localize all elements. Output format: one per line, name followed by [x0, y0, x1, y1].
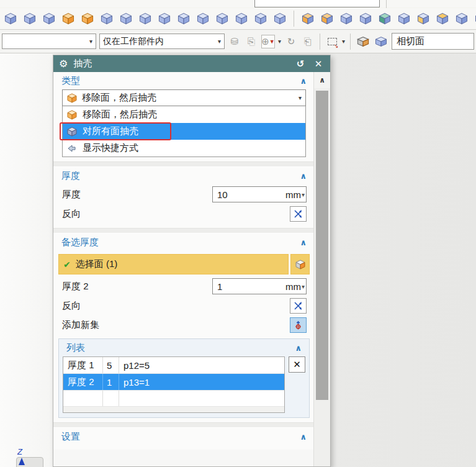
pattern-geometry-icon[interactable]	[339, 11, 354, 26]
settings-section-header[interactable]: 设置 ∧	[53, 428, 315, 445]
pad-icon[interactable]	[176, 11, 191, 26]
tube-icon[interactable]	[234, 11, 249, 26]
type-section: 类型 ∧ 移除面，然后抽壳 ▾ 移除面，然后抽壳 对所有面抽壳	[53, 72, 315, 161]
assembly-ghost-icon[interactable]: ⛁	[228, 35, 241, 48]
list-header-row[interactable]: 列表 ∧	[63, 340, 305, 356]
feature-toolbar-group-2	[300, 11, 476, 26]
alternate-thickness-section: 备选厚度 ∧ ✔ 选择面 (1) 厚度 2 1 mm	[53, 233, 315, 422]
chevron-down-icon[interactable]: ▾	[278, 38, 281, 45]
bend-icon[interactable]	[435, 11, 450, 26]
row-value: 5	[103, 357, 119, 373]
remove-list-item-button[interactable]: ✕	[289, 356, 305, 373]
solid-body-icon[interactable]	[374, 34, 388, 49]
option-shell-all-faces[interactable]: 对所有面抽壳	[63, 123, 305, 140]
cylinder-icon[interactable]	[22, 11, 37, 26]
toolbar-separator	[294, 11, 294, 27]
table-row-selected[interactable]: 厚度 2 1 p13=1	[63, 374, 284, 391]
trim-body-icon[interactable]	[454, 11, 469, 26]
type-header-label: 类型	[61, 75, 80, 87]
table-row[interactable]: 厚度 1 5 p12=5	[63, 357, 284, 374]
select-face-field[interactable]: ✔ 选择面 (1)	[58, 254, 289, 274]
emboss-icon[interactable]	[253, 11, 268, 26]
chevron-down-icon[interactable]: ▾	[302, 191, 305, 198]
option-show-shortcuts[interactable]: 显示快捷方式	[63, 140, 305, 156]
collapse-chevron-icon[interactable]: ∧	[295, 343, 302, 353]
row-expression: p13=1	[119, 374, 284, 390]
table-footer	[63, 407, 284, 412]
alternate-header-label: 备选厚度	[61, 237, 99, 248]
settings-section: 设置 ∧	[53, 428, 315, 450]
cone-icon[interactable]	[42, 11, 56, 26]
thickness2-row: 厚度 2 1 mm ▾	[53, 276, 315, 296]
pocket-icon[interactable]	[157, 11, 172, 26]
reverse-arrows-icon	[293, 301, 303, 311]
section-gap	[53, 422, 315, 428]
pattern-feature-icon[interactable]	[320, 11, 335, 26]
alternate-section-header[interactable]: 备选厚度 ∧	[53, 233, 315, 251]
thickness-value: 10	[217, 189, 285, 200]
unite-boolean-icon[interactable]	[397, 11, 411, 26]
face-rule-value: 相切面	[397, 35, 424, 47]
reset-button[interactable]: ↺	[294, 58, 307, 70]
collapse-chevron-icon[interactable]: ∧	[300, 76, 307, 86]
point-filter-icon[interactable]: ⊕▼	[261, 35, 275, 48]
ruled-sheet-icon[interactable]	[300, 11, 315, 26]
dialog-titlebar[interactable]: ⚙ 抽壳 ↺ ✕	[53, 55, 330, 72]
row-name: 厚度 1	[63, 357, 103, 373]
toolbar-separator	[320, 34, 320, 50]
revolve-icon[interactable]	[99, 11, 114, 26]
chevron-down-icon[interactable]: ▾	[342, 38, 345, 45]
row-expression: p12=5	[119, 357, 284, 373]
collapse-chevron-icon[interactable]: ∧	[300, 432, 307, 442]
partial-input-box	[254, 0, 380, 7]
shell-all-faces-icon	[66, 126, 78, 137]
thickness2-input[interactable]: 1 mm ▾	[212, 278, 307, 294]
add-new-set-button[interactable]	[290, 317, 307, 333]
mirror-geometry-icon[interactable]	[377, 11, 392, 26]
boss-icon[interactable]	[138, 11, 153, 26]
thread-icon[interactable]	[272, 11, 287, 26]
hole-icon[interactable]	[119, 11, 133, 26]
scope-combo[interactable]: 仅在工作部件内 ▾	[99, 34, 225, 49]
rotate-point-icon[interactable]: ↻	[284, 35, 298, 48]
sphere-icon[interactable]	[61, 11, 76, 26]
shaded-face-icon[interactable]	[356, 34, 370, 49]
shell-type-dropdown: 移除面，然后抽壳 对所有面抽壳 显示快捷方式	[62, 106, 306, 157]
thickness-unit: mm	[285, 189, 301, 200]
reverse-direction-row: 反向	[53, 204, 315, 224]
mirror-feature-icon[interactable]	[358, 11, 373, 26]
type-filter-combo[interactable]: ▾	[2, 34, 96, 49]
close-button[interactable]: ✕	[312, 58, 325, 70]
groove-icon[interactable]	[215, 11, 230, 26]
collapse-chevron-icon[interactable]: ∧	[300, 238, 307, 247]
reverse-direction-button[interactable]	[290, 206, 307, 222]
collapse-chevron-icon[interactable]: ∧	[300, 171, 307, 181]
dialog-scrollbar[interactable]: ∧	[313, 72, 330, 466]
type-section-header[interactable]: 类型 ∧	[53, 72, 315, 89]
table-row-empty[interactable]	[63, 391, 284, 407]
z-axis-arrow-icon	[19, 455, 25, 465]
scroll-up-button[interactable]: ∧	[314, 72, 330, 88]
shell-type-combo[interactable]: 移除面，然后抽壳 ▾	[62, 89, 306, 106]
slot-icon[interactable]	[195, 11, 210, 26]
rectangle-select-icon[interactable]	[325, 35, 339, 48]
remove-face-shell-icon	[66, 109, 78, 120]
shell-type-value: 移除面，然后抽壳	[82, 92, 294, 104]
extrude-icon[interactable]	[80, 11, 95, 26]
face-select-button[interactable]	[290, 254, 310, 274]
split-body-icon[interactable]	[474, 11, 476, 26]
scrollbar-thumb[interactable]	[316, 91, 328, 400]
block-icon[interactable]	[3, 11, 18, 26]
paste-icon[interactable]: ⎘	[245, 35, 258, 48]
sew-icon[interactable]	[416, 11, 431, 26]
chevron-down-icon[interactable]: ▾	[302, 283, 305, 290]
paste-special-icon[interactable]: ⎗	[301, 35, 315, 48]
alternate-reverse-button[interactable]	[290, 298, 307, 314]
feature-toolbar: NX5	[0, 8, 476, 30]
thickness-section-header[interactable]: 厚度 ∧	[53, 167, 315, 184]
thickness-label: 厚度	[62, 189, 81, 201]
gear-icon: ⚙	[59, 59, 68, 69]
thickness-input[interactable]: 10 mm ▾	[212, 186, 307, 202]
face-rule-field[interactable]: 相切面	[392, 33, 474, 50]
option-remove-face-shell[interactable]: 移除面，然后抽壳	[63, 106, 305, 123]
